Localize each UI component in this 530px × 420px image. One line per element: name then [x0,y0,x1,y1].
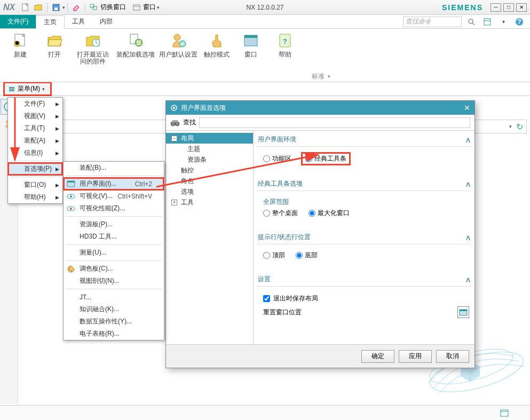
svg-text:?: ? [517,18,521,26]
menu-file[interactable]: 文件(F)▶ [8,98,62,110]
menu-icon [8,85,15,93]
submenu-user-interface[interactable]: 用户界面(I)...Ctrl+2 [64,178,164,190]
tree-resource[interactable]: 资源条 [166,154,253,165]
submenu-spreadsheet[interactable]: 电子表格(R)... [64,328,164,340]
tree-role[interactable]: 角色 [166,176,253,186]
eye-icon [67,192,75,201]
svg-text:?: ? [283,38,287,45]
ribbon: ✹ 新建 打开 打开最近访 问的部件 装配加载选项 用户默认设置 触控模式 窗口… [0,29,530,82]
preferences-submenu: 装配(B)... 用户界面(I)...Ctrl+2 可视化(V)...Ctrl+… [63,161,164,340]
svg-rect-50 [501,410,508,416]
tab-bar: 文件(F) 主页 工具 内部 查找命令 ▾ ? [0,15,530,29]
tab-home[interactable]: 主页 [36,15,65,29]
binoculars-icon [170,119,180,126]
svg-point-42 [71,271,72,272]
radio-ribbon[interactable]: 功能区 [263,154,291,163]
menu-window[interactable]: 窗口(O)▶ [8,179,62,191]
svg-point-22 [174,34,180,41]
open-folder-icon[interactable] [33,2,44,13]
window-icon[interactable] [131,2,142,13]
svg-point-45 [171,122,175,126]
switch-window-label[interactable]: 切换窗口 [100,3,126,12]
new-file-icon[interactable] [20,2,31,13]
tab-tools[interactable]: 工具 [65,15,92,28]
dialog-search-label: 查找 [183,118,196,127]
menu-help[interactable]: 帮助(H)▶ [8,191,62,203]
dropdown-icon[interactable]: ▾ [498,17,509,27]
svg-rect-47 [172,120,178,122]
submenu-palette[interactable]: 调色板(C)... [64,263,164,275]
search-icon[interactable] [466,17,477,27]
menu-preferences[interactable]: 首选项(P)▶ [8,163,62,175]
submenu-knowledge[interactable]: 知识融合(K)... [64,303,164,315]
fullscreen-subtitle: 全屏范围 [263,197,469,207]
svg-text:✹: ✹ [14,39,20,47]
radio-classic-toolbar[interactable]: 经典工具条 [302,153,350,164]
switch-window-icon[interactable] [89,2,99,13]
ok-button[interactable]: 确定 [361,350,394,363]
minimize-button[interactable]: ─ [491,3,501,12]
search-command-input[interactable]: 查找命令 [403,17,462,27]
main-menu: 文件(F)▶ 视图(V)▶ 工具(T)▶ 装配(A)▶ 信息(I)▶ 首选项(P… [7,97,63,204]
submenu-view-section[interactable]: 视图剖切(N)... [64,275,164,287]
svg-rect-4 [93,6,97,10]
dialog-search-input[interactable] [199,117,470,128]
svg-rect-9 [484,19,491,25]
maximize-button[interactable]: □ [503,3,514,12]
svg-rect-2 [54,7,58,10]
perf-icon [67,204,75,213]
brand-logo: SIEMENS [442,3,483,12]
ribbon-group-label: 标准 [312,72,325,81]
radio-whole-desktop[interactable]: 整个桌面 [263,209,298,218]
window-label[interactable]: 窗口 [143,3,156,12]
tab-internal[interactable]: 内部 [92,15,120,28]
tree-tools[interactable]: +工具 [166,197,253,208]
ui-pref-icon [67,180,75,188]
dialog-close-button[interactable]: ✕ [464,104,470,112]
submenu-data-interop[interactable]: 数据互操作性(Y)... [64,315,164,328]
layout-icon[interactable] [482,17,493,27]
close-button[interactable]: ✕ [516,3,527,12]
svg-rect-5 [133,5,140,10]
dialog-footer: 确定 应用 取消 [166,344,474,368]
submenu-hd3d[interactable]: HD3D 工具... [64,231,164,243]
cancel-button[interactable]: 取消 [436,350,469,363]
group-ui-environment[interactable]: 用户界面环境ʌ [257,133,471,147]
menu-assembly[interactable]: 装配(A)▶ [8,134,62,147]
svg-rect-49 [460,310,467,311]
tree-layout[interactable]: −布局 [166,133,253,144]
reset-window-button[interactable] [457,306,469,318]
user-interface-preferences-dialog: 用户界面首选项 ✕ 查找 −布局 主题 资源条 触控 角色 选项 +工具 用户界… [165,100,475,368]
apply-button[interactable]: 应用 [399,350,432,363]
submenu-vis-performance[interactable]: 可视化性能(Z)... [64,202,164,215]
eraser-icon[interactable] [71,2,82,13]
tree-theme[interactable]: 主题 [166,144,253,154]
gear-icon [170,104,178,112]
group-status-position[interactable]: 提示行/状态行位置ʌ [257,231,471,244]
svg-point-37 [70,195,72,197]
submenu-assembly[interactable]: 装配(B)... [64,162,164,174]
submenu-measure[interactable]: 测量(U)... [64,247,164,259]
group-classic-options[interactable]: 经典工具条选项ʌ [257,177,471,191]
menu-tools[interactable]: 工具(T)▶ [8,122,62,134]
help-icon[interactable]: ? [514,17,525,27]
checkbox-save-layout[interactable] [263,295,270,302]
tab-file[interactable]: 文件(F) [0,15,36,28]
tree-touch[interactable]: 触控 [166,165,253,176]
svg-point-40 [69,267,70,268]
menu-button[interactable]: 菜单(M) ▾ [3,82,52,96]
submenu-resource[interactable]: 资源板(P)... [64,218,164,231]
status-layout-icon[interactable] [500,409,509,417]
svg-point-46 [175,122,179,126]
radio-bottom[interactable]: 底部 [296,251,318,260]
tree-options[interactable]: 选项 [166,186,253,197]
menu-info[interactable]: 信息(I)▶ [8,147,62,159]
radio-top[interactable]: 顶部 [263,251,285,260]
radio-max-window[interactable]: 最大化窗口 [308,209,350,218]
group-settings[interactable]: 设置ʌ [257,273,471,287]
dialog-titlebar[interactable]: 用户界面首选项 ✕ [166,101,474,115]
submenu-jt[interactable]: JT... [64,291,164,303]
submenu-visualization[interactable]: 可视化(V)...Ctrl+Shift+V [64,190,164,202]
menu-view[interactable]: 视图(V)▶ [8,110,62,122]
save-icon[interactable] [51,2,61,13]
